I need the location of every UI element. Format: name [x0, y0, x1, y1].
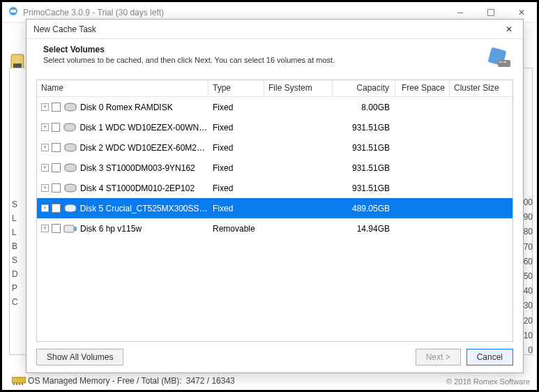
cell-type: Fixed	[208, 123, 264, 133]
close-icon	[518, 8, 525, 17]
bg-label: C	[12, 295, 18, 309]
app-icon	[8, 6, 19, 19]
new-cache-task-dialog: New Cache Task Select Volumes Select vol…	[26, 19, 524, 373]
cell-capacity: 931.51GB	[333, 123, 395, 133]
cell-type: Removable	[208, 224, 264, 234]
row-checkbox[interactable]	[52, 183, 61, 193]
expand-icon[interactable]: +	[41, 123, 49, 131]
expand-icon[interactable]: +	[41, 225, 49, 232]
dialog-footer: Show All Volumes Next > Cancel	[26, 342, 523, 372]
close-icon	[506, 24, 513, 34]
cell-capacity: 931.51GB	[333, 163, 395, 173]
bg-label: P	[12, 281, 18, 295]
disk-label: Disk 6 hp v115w	[80, 224, 142, 234]
memory-label: OS Managed Memory - Free / Total (MB):	[28, 376, 182, 386]
cell-capacity: 931.51GB	[333, 183, 395, 193]
cell-type: Fixed	[208, 143, 264, 153]
row-checkbox[interactable]	[52, 123, 61, 132]
col-name[interactable]: Name	[37, 80, 208, 96]
expand-icon[interactable]: +	[41, 184, 49, 192]
row-checkbox[interactable]	[52, 224, 61, 233]
svg-rect-7	[19, 383, 20, 385]
svg-rect-19	[64, 225, 74, 232]
svg-rect-20	[74, 227, 77, 231]
expand-icon[interactable]: +	[41, 204, 49, 212]
disk-label: Disk 5 Crucial_CT525MX300SSD1	[80, 204, 208, 213]
next-button[interactable]: Next >	[416, 349, 461, 365]
expand-icon[interactable]: +	[41, 164, 49, 172]
cell-capacity: 489.05GB	[333, 204, 395, 213]
disk-icon	[63, 143, 77, 153]
copyright: © 2018 Romex Software	[446, 377, 530, 386]
svg-rect-11	[499, 61, 502, 63]
dialog-header: Select Volumes Select volumes to be cach…	[26, 39, 523, 80]
row-checkbox[interactable]	[52, 163, 61, 172]
disk-icon	[63, 163, 77, 173]
ram-icon	[12, 376, 26, 386]
table-row[interactable]: +Disk 5 Crucial_CT525MX300SSD1Fixed489.0…	[37, 198, 513, 218]
show-all-volumes-button[interactable]: Show All Volumes	[36, 349, 123, 365]
dialog-close-button[interactable]	[502, 22, 516, 36]
cell-type: Fixed	[208, 183, 264, 193]
disk-label: Disk 1 WDC WD10EZEX-00WN4…	[79, 123, 208, 133]
disk-icon	[63, 103, 77, 112]
bg-label: L	[12, 225, 18, 239]
wizard-icon	[485, 45, 513, 73]
bg-label: S	[12, 253, 18, 267]
cell-capacity: 931.51GB	[333, 143, 395, 153]
cell-type: Fixed	[208, 163, 264, 173]
dialog-title: New Cache Task	[33, 24, 502, 34]
expand-icon[interactable]: +	[41, 103, 49, 111]
bg-label: L	[12, 211, 18, 225]
col-cluster-size[interactable]: Cluster Size	[450, 80, 513, 96]
disk-label: Disk 3 ST1000DM003-9YN162	[80, 163, 195, 173]
dialog-titlebar: New Cache Task	[26, 20, 523, 39]
table-row[interactable]: +Disk 3 ST1000DM003-9YN162Fixed931.51GB	[37, 158, 513, 178]
cell-capacity: 8.00GB	[333, 103, 395, 112]
svg-rect-1	[10, 10, 16, 13]
table-row[interactable]: +Disk 2 WDC WD10EZEX-60M2N…Fixed931.51GB	[37, 137, 513, 158]
cell-type: Fixed	[208, 103, 264, 112]
svg-rect-12	[503, 61, 506, 63]
cancel-button[interactable]: Cancel	[466, 349, 513, 365]
svg-rect-8	[22, 383, 23, 385]
disk-icon	[63, 183, 77, 193]
dialog-heading: Select Volumes	[43, 45, 480, 54]
bg-label: S	[12, 197, 18, 211]
bg-label: D	[12, 267, 18, 281]
disk-label: Disk 4 ST1000DM010-2EP102	[80, 183, 195, 193]
dialog-subtitle: Select volumes to be cached, and then cl…	[43, 56, 480, 64]
svg-rect-10	[498, 60, 510, 67]
col-capacity[interactable]: Capacity	[333, 80, 395, 96]
cell-type: Fixed	[208, 204, 264, 213]
table-row[interactable]: +Disk 4 ST1000DM010-2EP102Fixed931.51GB	[37, 178, 513, 198]
col-free-space[interactable]: Free Space	[395, 80, 450, 96]
row-checkbox[interactable]	[52, 143, 61, 152]
disk-label: Disk 2 WDC WD10EZEX-60M2N…	[80, 143, 208, 153]
disk-icon	[63, 204, 77, 213]
col-type[interactable]: Type	[208, 80, 264, 96]
row-checkbox[interactable]	[52, 204, 61, 213]
svg-rect-6	[16, 383, 17, 385]
table-row[interactable]: +Disk 0 Romex RAMDISKFixed8.00GB	[37, 97, 513, 117]
volumes-table: Name Type File System Capacity Free Spac…	[36, 80, 513, 342]
row-checkbox[interactable]	[52, 103, 61, 112]
svg-rect-5	[13, 383, 15, 385]
table-row[interactable]: +Disk 6 hp v115wRemovable14.94GB	[37, 218, 513, 239]
table-body: +Disk 0 Romex RAMDISKFixed8.00GB+Disk 1 …	[37, 97, 513, 341]
background-labels: SLLBSDPC	[12, 197, 18, 309]
memory-value: 3472 / 16343	[186, 376, 235, 386]
memory-status: OS Managed Memory - Free / Total (MB): 3…	[12, 376, 235, 386]
expand-icon[interactable]: +	[41, 144, 49, 151]
maximize-icon	[487, 9, 494, 16]
disk-icon	[63, 224, 77, 234]
svg-rect-4	[12, 377, 26, 383]
bg-label: B	[12, 239, 18, 253]
window-title: PrimoCache 3.0.9 - Trial (30 days left)	[23, 8, 445, 17]
col-filesystem[interactable]: File System	[264, 80, 333, 96]
disk-label: Disk 0 Romex RAMDISK	[80, 103, 173, 112]
table-row[interactable]: +Disk 1 WDC WD10EZEX-00WN4…Fixed931.51GB	[37, 117, 513, 137]
minimize-icon	[457, 8, 464, 17]
disk-icon	[63, 123, 77, 133]
cell-capacity: 14.94GB	[333, 224, 395, 234]
